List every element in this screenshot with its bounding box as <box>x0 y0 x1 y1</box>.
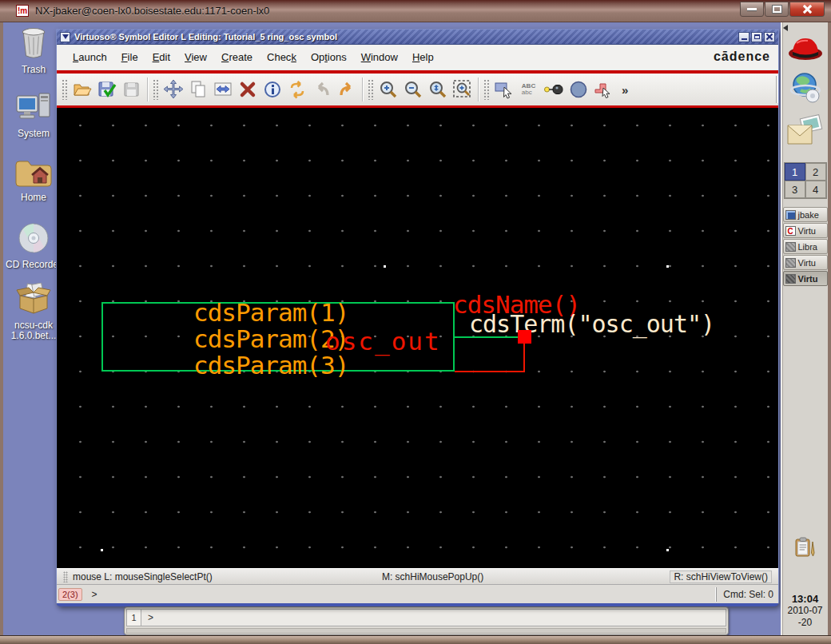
zoom-in-button[interactable] <box>376 78 400 102</box>
delete-button[interactable] <box>235 78 260 102</box>
workspace-2[interactable]: 2 <box>805 163 826 181</box>
menu-check[interactable]: Check <box>260 48 303 66</box>
workspace-switcher: 1 2 3 4 <box>784 162 827 199</box>
window-list-item-terminal[interactable]: jbake <box>783 207 828 222</box>
menu-create[interactable]: Create <box>215 48 259 66</box>
mail-photo-button[interactable] <box>787 114 824 149</box>
redo-button[interactable] <box>334 78 359 102</box>
minimize-icon <box>742 38 747 40</box>
selected-wire-horizontal[interactable] <box>455 371 525 372</box>
desktop-icon-ncsu-cdk[interactable]: ncsu-cdk 1.6.0.bet... <box>3 283 64 341</box>
cdsparam3-label[interactable]: cdsParam(3) <box>193 353 348 378</box>
command-input[interactable] <box>97 585 717 603</box>
pin-wire[interactable] <box>455 336 519 338</box>
zoom-out-button[interactable] <box>400 78 425 102</box>
window-list-item-virtuoso[interactable]: Virtu <box>783 255 828 270</box>
history-badge[interactable]: 2(3) <box>58 588 82 601</box>
virtuoso-minimize-button[interactable] <box>738 32 749 42</box>
copy-icon <box>189 80 208 99</box>
desktop-icon-home[interactable]: Home <box>3 158 64 203</box>
info-icon <box>263 80 282 99</box>
info-button[interactable] <box>260 78 284 102</box>
workspace-1[interactable]: 1 <box>785 163 805 181</box>
properties-loop-icon <box>288 80 307 99</box>
menu-options[interactable]: Options <box>304 48 353 66</box>
statusbar-grip[interactable] <box>63 571 68 582</box>
cdsparam1-label[interactable]: cdsParam(1) <box>193 300 348 325</box>
toolbar-grip[interactable] <box>62 79 68 100</box>
osc-out-pin[interactable] <box>518 330 531 344</box>
virtuoso-close-button[interactable] <box>764 32 775 42</box>
window-list-item-virtuoso-active[interactable]: Virtu <box>783 271 828 286</box>
zoom-fit-button[interactable] <box>425 78 450 102</box>
shape-tool-button[interactable] <box>590 78 615 102</box>
toolbar-grip[interactable] <box>483 79 490 100</box>
desktop-icon-system[interactable]: System <box>3 93 64 139</box>
save-button[interactable] <box>94 78 119 102</box>
cadence-icon: C <box>785 226 796 236</box>
open-button[interactable] <box>70 78 94 102</box>
undo-icon <box>312 80 332 99</box>
label-tool-button[interactable]: ABC abc <box>516 78 541 102</box>
notes-applet-button[interactable] <box>794 536 817 562</box>
minimize-icon <box>747 8 757 10</box>
toolbar-grip[interactable] <box>368 79 374 100</box>
move-button[interactable] <box>161 78 185 102</box>
stretch-button[interactable] <box>210 78 235 102</box>
window-menu-icon[interactable] <box>60 32 70 42</box>
nx-session-window: !m NX-jbaker@coen-lx0.boisestate.edu:117… <box>0 0 831 644</box>
outer-titlebar[interactable]: !m NX-jbaker@coen-lx0.boisestate.edu:117… <box>0 0 831 22</box>
menu-file[interactable]: File <box>115 48 145 66</box>
polygon-select-icon <box>593 79 614 100</box>
open-folder-icon <box>73 80 92 99</box>
menu-edit[interactable]: Edit <box>146 48 177 66</box>
grid-major-dot <box>666 265 669 268</box>
copy-button[interactable] <box>185 78 210 102</box>
fit-all-button[interactable] <box>450 78 475 102</box>
clock-applet[interactable]: 13:04 2010-07 -20 <box>782 593 828 629</box>
virtuoso-titlebar[interactable]: Virtuoso® Symbol Editor L Editing: Tutor… <box>57 30 778 45</box>
ciw-input-row[interactable]: 1 > <box>126 609 726 626</box>
workspace-3[interactable]: 3 <box>785 181 805 198</box>
desktop-icon-cd-recorder[interactable]: CD Recorder <box>3 222 64 270</box>
clock-date-month: 2010-07 <box>782 605 828 617</box>
menu-window[interactable]: Window <box>355 48 404 66</box>
menu-help[interactable]: Help <box>406 48 440 66</box>
redhat-icon <box>786 50 825 64</box>
redhat-menu-button[interactable] <box>786 34 825 65</box>
properties-button[interactable] <box>284 78 309 102</box>
pin-name-label[interactable]: osc_out <box>325 327 441 356</box>
toolbar-overflow-chevron[interactable]: » <box>622 83 628 97</box>
outer-close-button[interactable] <box>789 2 825 17</box>
window-list-item-library[interactable]: Libra <box>783 239 828 254</box>
window-list-item-ciw[interactable]: C Virtu <box>783 223 828 238</box>
ciw-scroll-strip[interactable] <box>126 628 726 634</box>
symbol-canvas[interactable]: cdsParam(1) cdsParam(2) cdsParam(3) osc_… <box>57 108 778 568</box>
ciw-window[interactable]: 1 > <box>124 606 729 635</box>
maximize-icon <box>754 34 760 39</box>
maximize-icon <box>773 6 781 13</box>
cdsterm-label[interactable]: cdsTerm("osc_out") <box>469 310 714 338</box>
menu-launch[interactable]: Launch <box>66 48 113 66</box>
panel-hide-arrow-icon[interactable] <box>783 25 788 31</box>
virtuoso-icon <box>785 258 796 268</box>
redo-icon <box>337 80 356 99</box>
pin-icon <box>543 81 564 97</box>
outer-minimize-button[interactable] <box>740 2 764 17</box>
delete-x-icon <box>239 81 256 98</box>
desktop-icon-label: CD Recorder <box>6 260 62 270</box>
web-browser-button[interactable] <box>789 71 822 108</box>
workspace-4[interactable]: 4 <box>805 181 826 198</box>
ciw-line-badge: 1 <box>127 610 141 626</box>
toolbar-separator <box>478 78 479 101</box>
toolbar-grip[interactable] <box>153 79 159 100</box>
circle-tool-button[interactable] <box>566 78 590 102</box>
outer-maximize-button[interactable] <box>765 2 789 17</box>
virtuoso-maximize-button[interactable] <box>751 32 762 42</box>
menu-view[interactable]: View <box>178 48 213 66</box>
remote-desktop[interactable]: Trash System Home CD Recorder <box>3 22 828 635</box>
pin-tool-button[interactable] <box>541 78 566 102</box>
desktop-icon-trash[interactable]: Trash <box>3 27 64 75</box>
selection-tool-button[interactable] <box>491 78 516 102</box>
selected-wire-vertical[interactable] <box>523 344 525 372</box>
